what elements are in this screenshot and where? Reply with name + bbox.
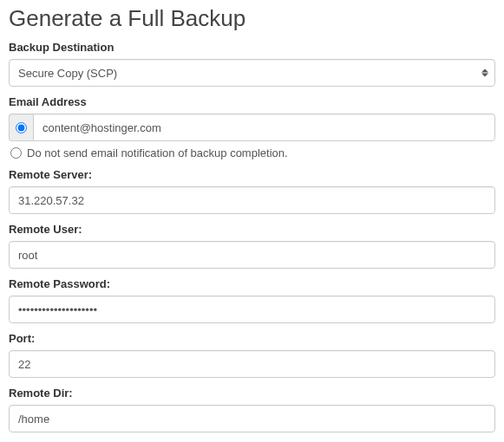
remote-user-label: Remote User: <box>9 223 495 236</box>
email-skip-label: Do not send email notification of backup… <box>27 146 288 159</box>
remote-password-field[interactable] <box>9 296 495 323</box>
email-send-radio[interactable] <box>16 122 27 133</box>
remote-password-label: Remote Password: <box>9 277 495 290</box>
remote-server-field[interactable] <box>9 186 495 214</box>
remote-dir-field[interactable] <box>9 405 495 432</box>
backup-destination-label: Backup Destination <box>9 41 495 54</box>
port-label: Port: <box>9 332 495 345</box>
email-field[interactable] <box>33 114 495 141</box>
email-skip-radio[interactable] <box>10 147 22 159</box>
remote-dir-label: Remote Dir: <box>9 387 495 400</box>
port-field[interactable] <box>9 350 495 378</box>
email-address-label: Email Address <box>9 95 495 108</box>
remote-server-label: Remote Server: <box>9 168 495 181</box>
backup-destination-select[interactable]: Secure Copy (SCP) <box>9 59 495 87</box>
email-send-radio-cell <box>9 114 33 141</box>
page-title: Generate a Full Backup <box>9 5 495 32</box>
remote-user-field[interactable] <box>9 241 495 269</box>
